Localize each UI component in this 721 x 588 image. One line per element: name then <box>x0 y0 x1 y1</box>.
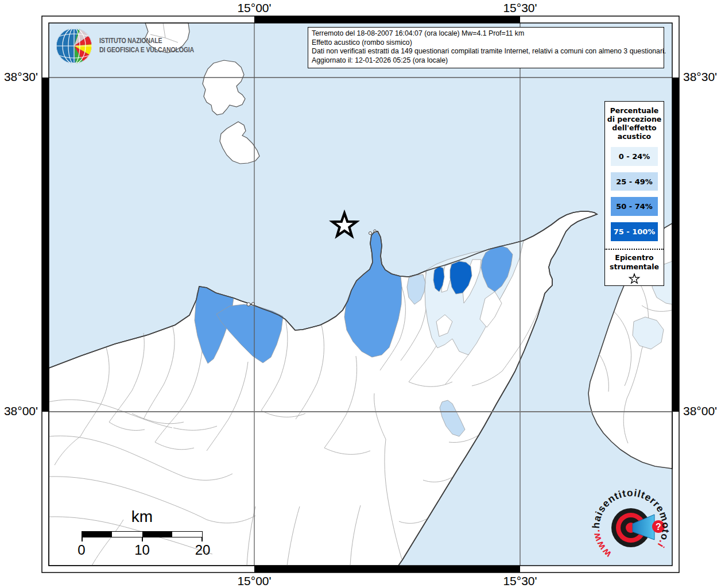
scale-bar-segments <box>82 531 203 537</box>
legend-epicenter-line2: strumentale <box>610 262 659 272</box>
legend-swatch-75-100: 75 - 100% <box>611 222 658 241</box>
ingv-org-line1: ISTITUTO NAZIONALE <box>99 37 194 46</box>
scale-tick-0: 0 <box>77 542 85 558</box>
legend-label-50-74: 50 - 74% <box>616 202 653 211</box>
islet <box>369 232 372 235</box>
axis-label-bottom-15-30: 15°30' <box>503 574 537 588</box>
event-info-line4: Aggiornato il: 12-01-2026 05:25 (ora loc… <box>312 56 660 65</box>
ingv-header: ISTITUTO NAZIONALE DI GEOFISICA E VULCAN… <box>55 24 207 68</box>
axis-label-right-38-30: 38°30' <box>683 70 717 84</box>
legend-epicenter-line1: Epicentro <box>610 253 659 262</box>
logo-text-www: www. <box>590 528 614 560</box>
ingv-org-line2: DI GEOFISICA E VULCANOLOGIA <box>99 46 194 55</box>
axis-label-left-38-30: 38°30' <box>0 70 38 84</box>
scale-bar-unit: km <box>82 508 203 526</box>
islet <box>247 303 250 306</box>
event-info-line1: Terremoto del 18-08-2007 16:04:07 (ora l… <box>312 29 660 38</box>
islet <box>374 230 376 232</box>
scale-tick-10: 10 <box>134 542 150 558</box>
legend-label-75-100: 75 - 100% <box>614 227 656 236</box>
legend-label-25-49: 25 - 49% <box>616 177 653 186</box>
legend-swatch-0-24: 0 - 24% <box>611 147 658 166</box>
legend-divider <box>604 249 664 250</box>
scale-bar: km 0 10 20 <box>82 508 203 559</box>
scale-tick-20: 20 <box>195 542 211 558</box>
legend-title: Percentuale di percezione dell'effetto a… <box>607 106 662 141</box>
legend-star-icon <box>627 273 642 285</box>
axis-label-right-38-00: 38°00' <box>683 404 717 418</box>
haisentitoilterremoto-logo: ? www.haisentitoilterremoto.it <box>589 482 675 570</box>
event-info-line2: Effetto acustico (rombo sismico) <box>312 38 660 48</box>
legend-label-0-24: 0 - 24% <box>619 152 650 161</box>
axis-label-left-38-00: 38°00' <box>0 404 38 418</box>
event-info-line3: Dati non verificati estratti da 149 ques… <box>312 47 660 56</box>
ingv-globe-logo-icon <box>55 24 94 68</box>
event-info-box: Terremoto del 18-08-2007 16:04:07 (ora l… <box>308 27 664 68</box>
axis-label-top-15-00: 15°00' <box>237 1 271 15</box>
axis-label-top-15-30: 15°30' <box>503 1 537 15</box>
map-page: 15°00' 15°30' 15°00' 15°30' 38°30' 38°00… <box>0 0 721 588</box>
legend-box: Percentuale di percezione dell'effetto a… <box>604 101 664 286</box>
axis-label-bottom-15-00: 15°00' <box>237 574 271 588</box>
legend-swatch-25-49: 25 - 49% <box>611 172 658 191</box>
legend-swatch-50-74: 50 - 74% <box>611 197 658 216</box>
